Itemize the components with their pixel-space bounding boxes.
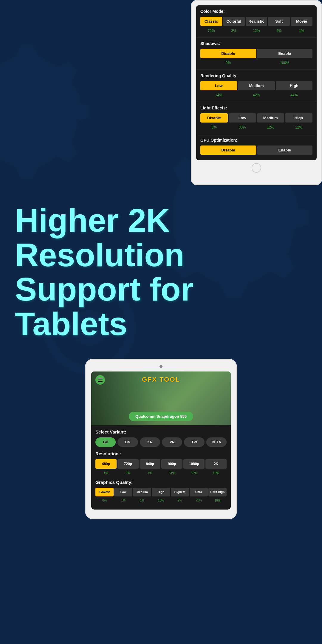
pct-cell-3-2: 12% (257, 124, 284, 130)
toggle-btn-3-3[interactable]: High (285, 113, 312, 123)
pct-cell-0-2: 12% (246, 28, 267, 34)
quality-btn-lowest[interactable]: Lowest (95, 488, 114, 496)
bottom-tablet-section: GFX TOOL Qualcomm Snapdragon 855 Select … (0, 359, 322, 531)
toggle-btn-3-2[interactable]: Medium (257, 113, 284, 123)
toggle-btn-0-1[interactable]: Colorful (223, 17, 245, 26)
quality-toggle-row: LowestLowMediumHighHighestUltraUltra Hig… (95, 488, 227, 496)
pct-cell-0-0: 79% (200, 28, 222, 34)
res-btn-2k[interactable]: 2K (205, 459, 227, 469)
toggle-btn-4-0[interactable]: Disable (200, 145, 256, 155)
pct-cell-1-1: 100% (257, 60, 313, 66)
res-btn-840p[interactable]: 840p (140, 459, 161, 469)
pct-row-1: 0%100% (200, 60, 312, 66)
pct-cell-2-0: 14% (200, 92, 237, 98)
top-settings-section-0: Color Mode:ClassicColorfulRealisticSoftM… (196, 5, 317, 38)
toggle-btn-2-2[interactable]: High (276, 81, 312, 90)
top-settings-section-2: Rendering Quality:LowMediumHigh14%42%44% (196, 70, 317, 102)
pct-cell-0-4: 1% (291, 28, 312, 34)
toggle-btn-1-0[interactable]: Disable (200, 49, 256, 58)
toggle-row-4: DisableEnable (200, 145, 312, 155)
quality-section: Graphics Quality: LowestLowMediumHighHig… (95, 480, 227, 503)
resolution-label: Resolution : (95, 451, 227, 456)
toggle-btn-2-1[interactable]: Medium (238, 81, 275, 90)
top-settings-section-4: GPU Optimization:DisableEnable (196, 134, 317, 160)
res-pct-1: 2% (117, 470, 139, 476)
variant-btn-cn[interactable]: CN (117, 437, 138, 447)
res-btn-1080p[interactable]: 1080p (183, 459, 205, 469)
toggle-btn-1-1[interactable]: Enable (257, 49, 313, 58)
toggle-row-0: ClassicColorfulRealisticSoftMovie (200, 17, 312, 26)
quality-pct-1: 1% (114, 498, 132, 503)
resolution-pct-row: 1%2%4%51%32%10% (95, 470, 227, 476)
hero-title: Higher 2K Resolution Support for Tablets (15, 203, 307, 341)
pct-row-2: 14%42%44% (200, 92, 312, 98)
toggle-btn-3-0[interactable]: Disable (200, 113, 228, 123)
toggle-btn-3-1[interactable]: Low (229, 113, 256, 123)
res-pct-2: 4% (140, 470, 161, 476)
toggle-row-3: DisableLowMediumHigh (200, 113, 312, 123)
pct-cell-3-0: 5% (200, 124, 228, 130)
pct-row-0: 79%3%12%5%1% (200, 28, 312, 34)
variant-btn-beta[interactable]: BETA (206, 437, 227, 447)
toggle-btn-0-4[interactable]: Movie (291, 17, 312, 26)
hero-section: Higher 2K Resolution Support for Tablets (0, 185, 322, 359)
toggle-btn-2-0[interactable]: Low (200, 81, 237, 90)
quality-pct-6: 10% (208, 498, 227, 503)
quality-pct-2: 1% (133, 498, 151, 503)
quality-pct-5: 71% (190, 498, 208, 503)
bottom-tablet: GFX TOOL Qualcomm Snapdragon 855 Select … (85, 359, 237, 519)
variant-btn-gp[interactable]: GP (95, 437, 116, 447)
quality-btn-ultra-high[interactable]: Ultra High (208, 488, 227, 496)
pct-cell-3-3: 12% (285, 124, 312, 130)
toggle-btn-0-0[interactable]: Classic (200, 17, 222, 26)
gfx-tool-title: GFX TOOL (142, 376, 180, 383)
variant-btn-vn[interactable]: VN (162, 437, 182, 447)
gfx-header: GFX TOOL Qualcomm Snapdragon 855 (91, 371, 231, 425)
quality-pct-0: 0% (95, 498, 114, 503)
pct-cell-2-2: 44% (276, 92, 312, 98)
toggle-btn-0-2[interactable]: Realistic (246, 17, 267, 26)
res-btn-720p[interactable]: 720p (117, 459, 139, 469)
pct-cell-0-1: 3% (223, 28, 245, 34)
toggle-row-2: LowMediumHigh (200, 81, 312, 90)
variant-btn-tw[interactable]: TW (184, 437, 204, 447)
menu-line-1 (98, 378, 103, 378)
res-btn-480p[interactable]: 480p (95, 459, 117, 469)
pct-cell-0-3: 5% (268, 28, 290, 34)
res-pct-3: 51% (161, 470, 182, 476)
select-variant-label: Select Variant: (95, 429, 227, 434)
quality-btn-low[interactable]: Low (114, 488, 132, 496)
section-label-3: Light Effects: (200, 106, 312, 110)
variant-row: GPCNKRVNTWBETA (95, 437, 227, 447)
variant-btn-kr[interactable]: KR (140, 437, 160, 447)
section-label-4: GPU Optimization: (200, 138, 312, 143)
top-settings-section-3: Light Effects:DisableLowMediumHigh5%33%1… (196, 102, 317, 134)
pct-cell-1-0: 0% (200, 60, 256, 66)
section-label-1: Shadows: (200, 41, 312, 46)
quality-btn-ultra[interactable]: Ultra (190, 488, 208, 496)
camera-dot (160, 365, 162, 368)
graphics-quality-label: Graphics Quality: (95, 480, 227, 485)
top-settings-section-1: Shadows:DisableEnable0%100% (196, 38, 317, 70)
toggle-btn-4-1[interactable]: Enable (257, 145, 313, 155)
variant-section: Select Variant: GPCNKRVNTWBETA (95, 429, 227, 447)
quality-btn-high[interactable]: High (152, 488, 170, 496)
pct-row-3: 5%33%12%12% (200, 124, 312, 130)
pct-cell-3-1: 33% (229, 124, 256, 130)
quality-btn-highest[interactable]: Highest (171, 488, 189, 496)
res-btn-900p[interactable]: 900p (161, 459, 182, 469)
toggle-btn-0-3[interactable]: Soft (268, 17, 290, 26)
processor-badge: Qualcomm Snapdragon 855 (129, 412, 193, 421)
home-circle[interactable] (252, 163, 261, 173)
top-tablet-section: Color Mode:ClassicColorfulRealisticSoftM… (0, 0, 322, 185)
quality-btn-medium[interactable]: Medium (133, 488, 151, 496)
quality-pct-row: 0%1%1%10%7%71%10% (95, 498, 227, 503)
quality-pct-4: 7% (171, 498, 189, 503)
menu-icon[interactable] (95, 375, 105, 385)
section-label-0: Color Mode: (200, 9, 312, 14)
res-pct-5: 10% (205, 470, 227, 476)
resolution-toggle-row: 480p720p840p900p1080p2K (95, 459, 227, 469)
tablet-home-button[interactable] (196, 160, 317, 175)
top-tablet-inner: Color Mode:ClassicColorfulRealisticSoftM… (196, 5, 317, 160)
hero-line3: Support for Tablets (15, 272, 307, 341)
